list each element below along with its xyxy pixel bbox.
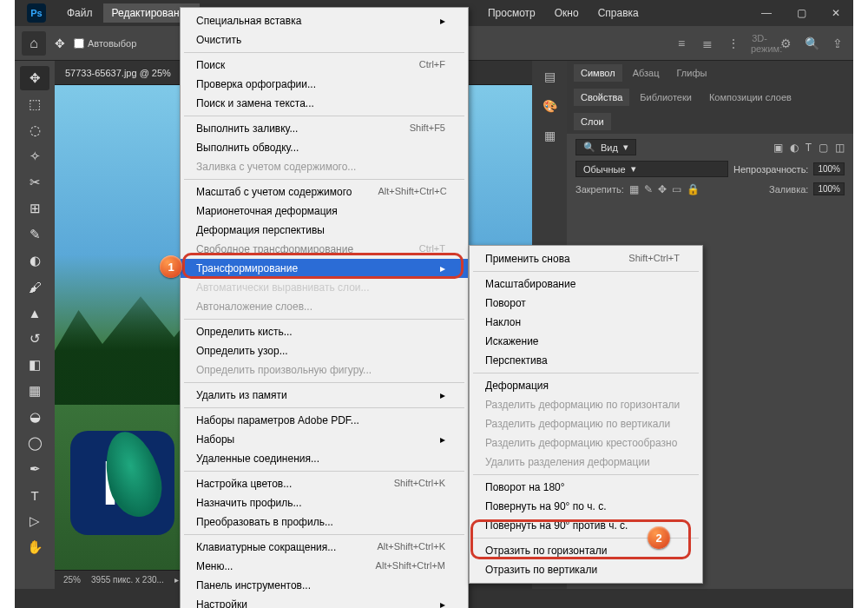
edit-menu-item-33[interactable]: Клавиатурные сокращения...Alt+Shift+Ctrl…	[181, 538, 468, 557]
tool-crop[interactable]: ✂	[20, 170, 49, 195]
fill-label: Заливка:	[769, 184, 808, 195]
menu-file[interactable]: Файл	[58, 3, 102, 23]
tool-wand[interactable]: ✧	[20, 144, 49, 169]
menu-window[interactable]: Окно	[546, 3, 588, 23]
edit-menu-item-4[interactable]: Проверка орфографии...	[181, 75, 468, 94]
transform-submenu-item-0[interactable]: Применить сноваShift+Ctrl+T	[470, 249, 702, 268]
filter-type-icon[interactable]: T	[806, 142, 812, 154]
edit-menu-item-25[interactable]: Наборы параметров Adobe PDF...	[181, 411, 468, 430]
align-icon[interactable]: ≡	[673, 36, 690, 50]
swatches-icon[interactable]: 🎨	[542, 99, 557, 113]
tool-path[interactable]: ▷	[20, 509, 49, 533]
menu-view[interactable]: Просмотр	[479, 3, 544, 23]
tab-glyphs[interactable]: Глифы	[670, 64, 714, 82]
menu-help[interactable]: Справка	[589, 3, 648, 23]
search-icon[interactable]: 🔍	[803, 36, 820, 50]
edit-menu-item-15[interactable]: Трансформирование	[181, 259, 468, 278]
auto-select-checkbox[interactable]: Автовыбор	[74, 38, 136, 49]
edit-menu-item-36[interactable]: Настройки	[181, 595, 468, 608]
tool-lasso[interactable]: ◌	[20, 118, 49, 142]
grid-icon[interactable]: ▦	[544, 129, 556, 142]
edit-menu-item-26[interactable]: Наборы	[181, 430, 468, 449]
edit-menu-item-1[interactable]: Очистить	[181, 30, 468, 50]
tool-pen[interactable]: ✒	[20, 457, 49, 481]
transform-submenu-item-5[interactable]: Искажение	[470, 332, 702, 351]
opacity-value[interactable]: 100%	[813, 162, 845, 175]
tool-move[interactable]: ✥	[20, 66, 49, 90]
tab-properties[interactable]: Свойства	[574, 89, 629, 106]
lock-label: Закрепить:	[575, 184, 624, 195]
home-button[interactable]: ⌂	[22, 31, 46, 56]
lock-all-icon[interactable]: ▦	[629, 183, 639, 195]
edit-menu-item-19[interactable]: Определить кисть...	[181, 322, 468, 341]
gear-icon[interactable]: ⚙	[777, 36, 794, 50]
tool-frame[interactable]: ⊞	[20, 196, 49, 221]
close-button[interactable]: ✕	[819, 0, 853, 26]
tool-dodge[interactable]: ◯	[20, 431, 49, 455]
lock-position-icon[interactable]: ✥	[658, 183, 667, 195]
tool-marquee[interactable]: ⬚	[20, 92, 49, 116]
edit-menu-item-7[interactable]: Выполнить заливку...Shift+F5	[181, 119, 468, 138]
tab-layers[interactable]: Слои	[574, 113, 611, 130]
distribute-icon[interactable]: ⋮	[725, 36, 742, 50]
edit-menu-item-11[interactable]: Масштаб с учетом содержимогоAlt+Shift+Ct…	[181, 182, 468, 202]
filter-shape-icon[interactable]: ▢	[819, 142, 828, 154]
zoom-value[interactable]: 25%	[63, 575, 81, 585]
tab-symbol[interactable]: Символ	[574, 64, 622, 82]
tool-hand[interactable]: ✋	[20, 535, 49, 559]
edit-menu-item-0[interactable]: Специальная вставка	[181, 11, 468, 30]
edit-menu-item-12[interactable]: Марионеточная деформация	[181, 202, 468, 221]
edit-menu-item-3[interactable]: ПоискCtrl+F	[181, 56, 468, 75]
tool-brush[interactable]: 🖌	[20, 274, 49, 299]
transform-submenu-item-9: Разделить деформацию по горизонтали	[470, 395, 702, 414]
edit-menu-item-5[interactable]: Поиск и замена текста...	[181, 94, 468, 113]
lock-icon[interactable]: 🔒	[687, 183, 700, 195]
align-icon-2[interactable]: ≣	[699, 36, 716, 50]
tool-stamp[interactable]: ▲	[20, 301, 49, 325]
edit-menu-item-8[interactable]: Выполнить обводку...	[181, 138, 468, 157]
edit-menu-item-30[interactable]: Назначить профиль...	[181, 493, 468, 512]
edit-menu-item-35[interactable]: Панель инструментов...	[181, 576, 468, 595]
fill-value[interactable]: 100%	[813, 182, 845, 195]
edit-menu-item-16: Автоматически выравнивать слои...	[181, 278, 468, 297]
transform-submenu-item-15[interactable]: Повернуть на 90° по ч. с.	[470, 497, 702, 516]
tool-heal[interactable]: ◐	[20, 248, 49, 273]
lock-artboard-icon[interactable]: ▭	[672, 183, 681, 195]
tab-layer-comps[interactable]: Композиции слоев	[702, 89, 799, 106]
layers-panel: 🔍 Вид ▾ ▣ ◐ T ▢ ◫ Обычные ▾ Непрозрачнос…	[567, 134, 853, 201]
minimize-button[interactable]: —	[749, 0, 784, 26]
edit-menu-item-20[interactable]: Определить узор...	[181, 341, 468, 360]
edit-menu-item-29[interactable]: Настройка цветов...Shift+Ctrl+K	[181, 474, 468, 493]
tool-gradient[interactable]: ▦	[20, 379, 49, 403]
filter-adjust-icon[interactable]: ◐	[790, 142, 799, 154]
tool-history[interactable]: ↺	[20, 327, 49, 351]
transform-submenu-item-8[interactable]: Деформация	[470, 376, 702, 395]
tool-eraser[interactable]: ◧	[20, 353, 49, 377]
filter-smart-icon[interactable]: ◫	[835, 142, 845, 154]
tool-eyedropper[interactable]: ✎	[20, 222, 49, 247]
transform-submenu-item-2[interactable]: Масштабирование	[470, 274, 702, 294]
edit-menu-item-34[interactable]: Меню...Alt+Shift+Ctrl+M	[181, 557, 468, 576]
transform-submenu-item-4[interactable]: Наклон	[470, 313, 702, 332]
maximize-button[interactable]: ▢	[784, 0, 819, 26]
edit-menu-item-27[interactable]: Удаленные соединения...	[181, 449, 468, 468]
tab-paragraph[interactable]: Абзац	[626, 64, 667, 82]
transform-submenu-item-6[interactable]: Перспектива	[470, 351, 702, 370]
opacity-label: Непрозрачность:	[733, 164, 808, 175]
transform-submenu-item-14[interactable]: Поворот на 180°	[470, 478, 702, 497]
transform-submenu-item-3[interactable]: Поворот	[470, 294, 702, 313]
share-icon[interactable]: ⇪	[829, 36, 846, 50]
tool-type[interactable]: T	[20, 483, 49, 507]
layer-filter-select[interactable]: 🔍 Вид ▾	[575, 139, 636, 155]
tool-blur[interactable]: ◒	[20, 405, 49, 429]
filter-pixel-icon[interactable]: ▣	[773, 142, 783, 154]
edit-menu-item-13[interactable]: Деформация перспективы	[181, 221, 468, 240]
transform-submenu-item-19[interactable]: Отразить по вертикали	[470, 560, 702, 579]
tab-libraries[interactable]: Библиотеки	[633, 89, 699, 106]
lock-pixels-icon[interactable]: ✎	[644, 183, 653, 195]
blend-mode-select[interactable]: Обычные ▾	[575, 161, 728, 177]
edit-menu-item-23[interactable]: Удалить из памяти	[181, 386, 468, 405]
color-icon[interactable]: ▤	[544, 69, 556, 83]
edit-menu-item-31[interactable]: Преобразовать в профиль...	[181, 512, 468, 532]
edit-menu-item-14[interactable]: Свободное трансформированиеCtrl+T	[181, 240, 468, 259]
